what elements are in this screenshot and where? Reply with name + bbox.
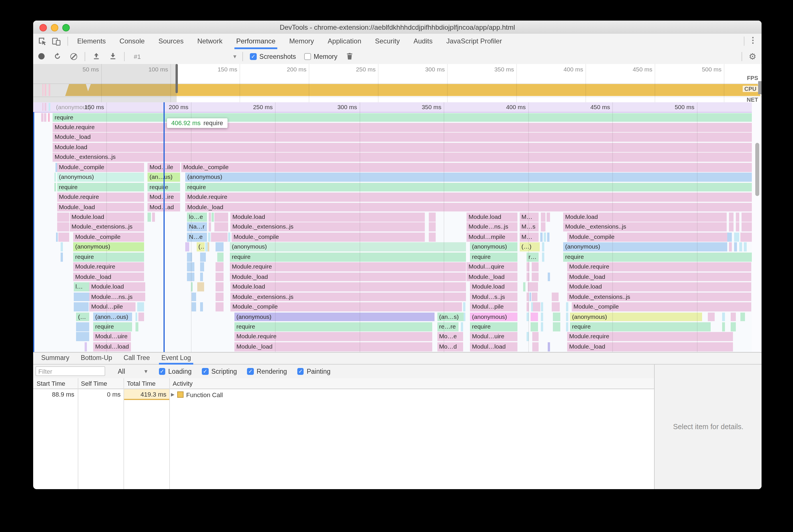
loading-checkbox[interactable]: ✓Loading (159, 368, 191, 375)
session-select[interactable]: #1 (134, 53, 141, 60)
flame-block[interactable]: Module…ns..js (466, 223, 517, 232)
flame-block[interactable]: Modul…uire (470, 332, 517, 341)
session-dropdown-arrow-icon[interactable]: ▼ (233, 54, 238, 59)
device-toolbar-icon[interactable] (52, 37, 61, 46)
flame-block[interactable]: Module.load (230, 213, 425, 222)
flame-block[interactable] (528, 282, 538, 291)
flame-block[interactable] (553, 312, 560, 321)
tab-memory[interactable]: Memory (282, 34, 321, 49)
duration-filter-select[interactable]: All (118, 368, 125, 375)
flame-block[interactable] (527, 332, 529, 341)
flame-block[interactable]: Module._load (57, 203, 144, 212)
flame-block[interactable]: Module.load (89, 282, 145, 291)
flame-block[interactable] (216, 272, 223, 281)
flame-block[interactable]: Modul…load (93, 342, 131, 352)
flame-block[interactable]: Module._extensions..js (70, 223, 144, 232)
flame-block[interactable]: Module._compile (232, 232, 425, 242)
flame-block[interactable] (73, 302, 88, 311)
flame-block[interactable] (729, 243, 732, 252)
flame-block[interactable]: require (185, 183, 752, 192)
flame-block[interactable] (191, 282, 193, 291)
flame-block[interactable] (734, 243, 737, 252)
kebab-menu-icon[interactable]: ⋮ (749, 35, 757, 44)
flame-block[interactable] (205, 243, 207, 252)
flame-block[interactable]: M… (519, 232, 538, 242)
flame-block[interactable] (722, 312, 725, 321)
flame-block[interactable] (731, 312, 736, 321)
tab-application[interactable]: Application (321, 34, 368, 49)
flame-block[interactable]: (anonymous) (73, 243, 144, 252)
flame-block[interactable] (566, 312, 568, 321)
flame-block[interactable] (217, 252, 223, 262)
flame-block[interactable] (44, 113, 46, 122)
flame-block[interactable]: Module.load (230, 282, 466, 291)
flame-block[interactable] (541, 302, 543, 311)
flame-block[interactable]: require (73, 252, 144, 262)
flame-block[interactable]: require (57, 183, 144, 192)
flame-block[interactable] (736, 213, 739, 222)
flame-block[interactable]: (anonymous) (570, 312, 702, 321)
expand-arrow-icon[interactable]: ▶ (171, 392, 174, 397)
flame-block[interactable]: M… (519, 213, 538, 222)
flame-block[interactable] (187, 252, 192, 262)
flame-block[interactable]: (an…s) (437, 312, 463, 321)
flame-block[interactable]: Module._extensions..js (563, 223, 727, 232)
tab-elements[interactable]: Elements (70, 34, 113, 49)
flame-block[interactable] (215, 223, 228, 232)
flame-block[interactable]: Module._load (567, 342, 733, 352)
flame-block[interactable] (722, 322, 725, 331)
flame-block[interactable]: Module._compile (571, 302, 751, 311)
timeline-overview[interactable]: 50 ms100 ms150 ms200 ms250 ms300 ms350 m… (33, 64, 761, 102)
dropdown-arrow-icon[interactable]: ▼ (144, 368, 149, 374)
flame-block[interactable] (61, 252, 62, 262)
flame-block[interactable]: (anonymous) (470, 312, 517, 321)
flame-block[interactable] (215, 243, 223, 252)
flame-block[interactable] (741, 223, 752, 232)
flame-block[interactable]: (anonymous) (57, 173, 144, 182)
flame-block[interactable] (187, 272, 194, 281)
flame-block[interactable] (428, 213, 436, 222)
flame-block[interactable] (76, 332, 89, 341)
upload-profile-icon[interactable] (93, 53, 100, 60)
tab-event-log[interactable]: Event Log (155, 352, 197, 364)
flame-block[interactable] (740, 312, 745, 321)
flame-block[interactable] (540, 213, 545, 222)
flame-block[interactable] (135, 312, 137, 321)
flame-block[interactable]: require (470, 322, 517, 331)
vertical-scrollbar[interactable] (755, 142, 759, 196)
flame-block[interactable]: Modul…s..js (470, 292, 517, 301)
flame-block[interactable]: lo…e (187, 213, 207, 222)
flame-block[interactable]: (anonymous) (185, 173, 752, 182)
tab-network[interactable]: Network (190, 34, 229, 49)
flame-block[interactable]: Module.require (230, 263, 466, 272)
flame-block[interactable] (197, 282, 204, 291)
flame-block[interactable] (148, 213, 151, 222)
flame-block[interactable] (207, 243, 209, 252)
flame-block[interactable]: Module._extensions..js (230, 292, 466, 301)
flame-block[interactable] (209, 223, 211, 232)
flame-block[interactable]: Na…r (187, 223, 207, 232)
flame-block[interactable] (527, 312, 529, 321)
flame-block[interactable]: (anonymous) (470, 243, 517, 252)
flame-block[interactable]: require (53, 113, 752, 122)
flame-block[interactable]: Module._load (73, 272, 144, 281)
flame-block[interactable]: Module.require (567, 263, 751, 272)
overview-left-handle[interactable] (176, 64, 178, 93)
flame-block[interactable] (729, 213, 734, 222)
column-header-total-time[interactable]: Total Time (127, 380, 155, 387)
screenshots-checkbox[interactable]: ✓ Screenshots (250, 53, 296, 60)
memory-checkbox[interactable]: Memory (304, 53, 337, 60)
column-header-self-time[interactable]: Self Time (81, 380, 107, 387)
flame-block[interactable]: Module.require (567, 332, 733, 341)
flame-block[interactable] (532, 332, 538, 341)
flame-block[interactable]: Module._compile (230, 302, 462, 311)
flame-block[interactable] (216, 292, 223, 301)
flame-block[interactable] (548, 342, 550, 352)
tab-performance[interactable]: Performance (229, 34, 282, 49)
flame-block[interactable]: require (93, 322, 132, 331)
tab-security[interactable]: Security (368, 34, 407, 49)
tab-summary[interactable]: Summary (35, 352, 75, 364)
flame-block[interactable] (209, 213, 211, 222)
flame-block[interactable] (187, 263, 194, 272)
tab-bottom-up[interactable]: Bottom-Up (75, 352, 118, 364)
